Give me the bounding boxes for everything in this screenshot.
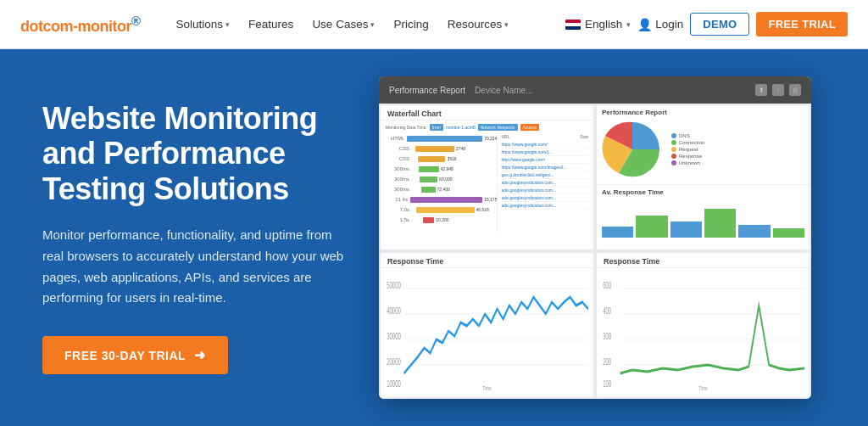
waterfall-body: Monitoring Data Time: from monitor-1.acm… [381, 121, 593, 246]
avg-bar [704, 209, 736, 238]
url-row: ade.googlesyndication.com... [501, 194, 588, 202]
login-link[interactable]: 👤 Login [637, 18, 683, 31]
chevron-down-icon: ▾ [225, 20, 230, 29]
person-icon: 👤 [637, 18, 652, 31]
hero-content: Website Monitoring and Performance Testi… [42, 101, 364, 374]
resp-left-body: 50000 40000 30000 20000 10000 [381, 268, 593, 394]
waterfall-monitor-link: monitor-1.acm8 [446, 125, 476, 130]
response-time-left-chart: 50000 40000 30000 20000 10000 [386, 272, 588, 390]
language-selector[interactable]: English ▾ [565, 18, 631, 31]
wf-bar-row: 300ms 63,000 [386, 175, 497, 183]
svg-text:Time: Time [482, 384, 492, 390]
avg-response-bars [602, 199, 804, 241]
demo-button[interactable]: DEMO [690, 13, 749, 36]
connection-color-dot [671, 140, 676, 145]
svg-text:300: 300 [603, 333, 611, 342]
nav-resources[interactable]: Resources ▾ [439, 13, 518, 36]
wf-bar-html [407, 136, 482, 142]
waterfall-panel: Waterfall Chart Monitoring Data Time: fr… [381, 105, 593, 249]
wf-bar-row: HTML 70,224 [386, 134, 497, 143]
avg-bar [602, 227, 633, 238]
arrow-icon: ➜ [194, 347, 206, 363]
dashboard-title: Performance Report Device Name... [389, 85, 748, 95]
dns-color-dot [671, 133, 676, 138]
request-color-dot [671, 147, 676, 152]
dashboard-content: Waterfall Chart Monitoring Data Time: fr… [379, 104, 811, 399]
hero-cta-button[interactable]: FREE 30-DAY TRIAL ➜ [42, 336, 228, 374]
hero-dashboard: Performance Report Device Name... ⬆ ⋮ ⎙ … [364, 49, 826, 426]
svg-text:10000: 10000 [387, 380, 401, 390]
actions-badge: Actions [520, 124, 539, 131]
url-row: geo.g.doubleclick.net/geni... [501, 171, 588, 179]
resp-right-body: 600 400 300 200 100 [597, 268, 810, 394]
wf-bar-row: CSS 3518 [386, 154, 497, 163]
print-icon[interactable]: ⎙ [789, 84, 801, 96]
svg-text:400: 400 [603, 307, 611, 317]
nav-pricing[interactable]: Pricing [385, 13, 437, 36]
url-column-header: URL Size [501, 134, 588, 139]
url-row: ade.googlesyndication.com... [501, 187, 588, 194]
menu-icon[interactable]: ⋮ [772, 84, 784, 96]
svg-text:50000: 50000 [387, 282, 401, 291]
url-row: http://www.google.com/ [501, 156, 588, 164]
response-time-right-panel: Response Time 600 400 300 200 100 [597, 253, 810, 397]
navbar: dotcom-monitor® Solutions ▾ Features Use… [0, 0, 868, 49]
nav-links: Solutions ▾ Features Use Cases ▾ Pricing… [168, 13, 565, 36]
network-req-badge: Network Requests [478, 124, 518, 131]
waterfall-from-label: from [430, 124, 443, 131]
nav-right: English ▾ 👤 Login DEMO FREE TRIAL [565, 12, 848, 36]
wf-bar-red [423, 217, 434, 223]
wf-bar-row: 300ms 42,948 [386, 165, 497, 173]
pie-legend: DNS Connection Request [668, 133, 708, 165]
resp-right-title: Response Time [597, 253, 810, 268]
free-trial-button[interactable]: FREE TRIAL [756, 12, 848, 36]
nav-use-cases[interactable]: Use Cases ▾ [303, 13, 383, 36]
avg-bar [738, 225, 770, 238]
url-row: ade.googlesyndication.com... [501, 202, 588, 210]
right-top-panel: Performance Report [597, 105, 810, 249]
url-row: ade.googlesyndication.com... [501, 179, 588, 187]
chevron-down-icon: ▾ [504, 20, 509, 29]
logo-trademark: ® [131, 14, 141, 28]
wf-bar-css2 [418, 156, 446, 162]
svg-text:20000: 20000 [387, 358, 401, 367]
waterfall-title: Waterfall Chart [381, 105, 593, 121]
wf-bar-row: 7.0s 46,518 [386, 205, 497, 214]
svg-text:30000: 30000 [387, 333, 401, 342]
chevron-down-icon: ▾ [626, 20, 631, 29]
logo[interactable]: dotcom-monitor® [20, 14, 141, 36]
wf-bar-yellow [416, 207, 474, 213]
nav-features[interactable]: Features [240, 13, 302, 36]
response-color-dot [671, 154, 676, 159]
nav-solutions[interactable]: Solutions ▾ [168, 13, 239, 36]
svg-rect-11 [602, 272, 804, 390]
svg-text:100: 100 [603, 380, 611, 390]
chevron-down-icon: ▾ [370, 20, 375, 29]
hero-section: Website Monitoring and Performance Testi… [0, 49, 868, 426]
wf-bar-row: 1.5s 10,200 [386, 216, 497, 224]
share-icon[interactable]: ⬆ [755, 84, 767, 96]
wf-bar-300b [420, 177, 437, 182]
svg-text:40000: 40000 [387, 307, 401, 317]
legend-response: Response [671, 154, 704, 159]
svg-text:200: 200 [603, 358, 611, 367]
response-time-right-chart: 600 400 300 200 100 [602, 272, 804, 390]
legend-connection: Connection [671, 140, 704, 145]
resp-left-title: Response Time [381, 253, 593, 268]
wf-bar-css1 [415, 146, 454, 152]
url-row: https://www.google.com/j... [501, 149, 588, 156]
logo-text: dotcom-monitor [20, 18, 131, 35]
hero-description: Monitor performance, functionality, and … [42, 225, 348, 309]
avg-bar [773, 228, 804, 238]
url-row: https://www.google.com/images/l... [501, 164, 588, 171]
wf-bar-row: 300ms 72,400 [386, 185, 497, 193]
legend-request: Request [671, 147, 704, 152]
wf-bar-300c [421, 187, 436, 193]
avg-bar [636, 216, 667, 237]
wf-bar-300a [419, 166, 439, 172]
perf-report-body: DNS Connection Request [602, 119, 804, 180]
dashboard-toolbar-icons: ⬆ ⋮ ⎙ [755, 84, 801, 96]
wf-bar-purple [410, 197, 482, 203]
perf-report-section: Performance Report [597, 105, 810, 185]
url-row: https://www.google.com/ [501, 141, 588, 149]
